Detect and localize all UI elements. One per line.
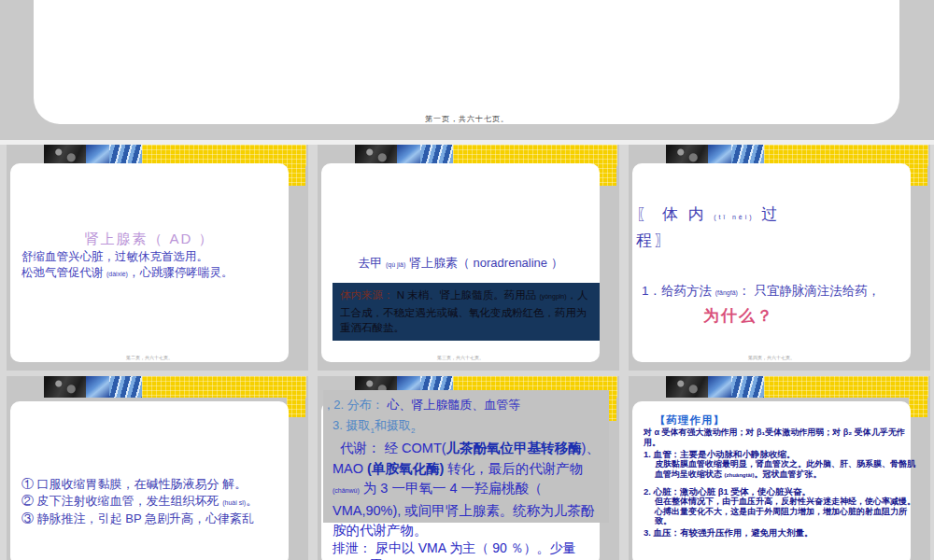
slide4-question: 为什么？ (703, 305, 774, 327)
pinyin-annotation: (zhuàngtài) (725, 472, 755, 478)
pinyin-annotation: (dàixiè) (106, 271, 128, 277)
source-label: 体内来源： (340, 289, 394, 301)
pinyin-annotation: (huài sǐ) (222, 499, 246, 506)
slide-paper: 肾上腺素（ AD ） 舒缩血管兴心脏，过敏休克首选用。 松弛气管促代谢 (dài… (10, 163, 289, 362)
uptake-line: 3. 摄取1和摄取2 (333, 417, 415, 435)
slide5-route-list: ① 口服收缩胃黏膜，在碱性肠液易分 解。 ② 皮下注射收缩血管，发生组织坏死 (… (21, 476, 292, 527)
slide-paper: 去甲 (qù jiǎ) 肾上腺素（ noradrenaline ） 体内来源： … (321, 163, 600, 362)
excretion-line: 排泄： 尿中以 VMA 为主（ 90 ％）。少量 (shǎoliàng) 原 (333, 540, 609, 560)
pinyin-annotation: (tǐ nèi) (714, 214, 754, 220)
header-yellow-notch (598, 145, 616, 186)
photo-xray-icon (109, 376, 142, 398)
pinyin-annotation: (yòngpǐn) (539, 293, 566, 300)
route-item-2: ② 皮下注射收缩血管，发生组织坏死 (huài sǐ)。 (21, 493, 292, 511)
route-item-1: ① 口服收缩胃黏膜，在碱性肠液易分 解。 (21, 476, 292, 493)
pinyin-annotation: (fāngfǎ) (715, 289, 738, 296)
distribution-line: , 2. 分布： 心、肾上腺髓质、血管等 (327, 397, 520, 413)
slide-thumbnail-2[interactable]: 肾上腺素（ AD ） 舒缩血管兴心脏，过敏休克首选用。 松弛气管促代谢 (dài… (7, 145, 308, 371)
effect-item-1-body: 皮肤黏膜血管收缩最明显，肾血管次之。此外脑、肝、肠系膜、骨骼肌血管均呈收缩状态 … (655, 459, 916, 480)
slide3-page-indicator: 第三页，共六十七页。 (321, 355, 600, 360)
effect-item-2-body: 但在整体情况下，由于血压升高，反射性兴奋迷走神经，使心率减慢。 心搏出量变化不大… (655, 497, 918, 526)
slide3-title: 去甲 (qù jiǎ) 肾上腺素（ noradrenaline ） (321, 255, 600, 272)
slide-thumbnail-6[interactable]: , 2. 分布： 心、肾上腺髓质、血管等 3. 摄取1和摄取2 代谢： 经 CO… (318, 376, 619, 560)
slide3-source-box: 体内来源： N 末梢、肾上腺髓质。药用品 (yòngpǐn)，人工合成，不稳定遇… (333, 283, 600, 341)
slide2-title: 肾上腺素（ AD ） (10, 231, 289, 248)
slide-paper: 〖 体 内 (tǐ nèi) 过程〗 1．给药方法 (fāngfǎ)： 只宜静脉… (632, 163, 911, 362)
current-slide-canvas (34, 0, 899, 124)
slide2-page-indicator: 第二页，共六十七页。 (10, 355, 289, 360)
slide4-title: 〖 体 内 (tǐ nèi) 过程〗 (636, 203, 793, 252)
photo-hands-icon (44, 376, 86, 398)
current-slide-page-indicator: 第一页，共六十七页。 (0, 114, 934, 124)
route-item-3: ③ 静脉推注，引起 BP 急剧升高，心律紊乱 (21, 511, 292, 527)
slide2-line1: 舒缩血管兴心脏，过敏休克首选用。 (21, 249, 283, 265)
slide7-title: 【药理作用】 (655, 413, 725, 427)
receptor-intro: 对 α 受体有强大激动作用；对 β₁受体激动作用弱；对 β₂ 受体几乎无作用。 (644, 427, 916, 447)
header-yellow-notch (909, 145, 927, 186)
slide2-body: 舒缩血管兴心脏，过敏休克首选用。 松弛气管促代谢 (dàixiè)，心跳骤停哮喘… (21, 249, 283, 282)
presentation-sorter-view: 第一页，共六十七页。 肾上腺素（ AD ） 舒缩血管兴心脏，过敏休克首选用。 松… (0, 0, 934, 560)
slide-thumbnail-3[interactable]: 去甲 (qù jiǎ) 肾上腺素（ noradrenaline ） 体内来源： … (318, 145, 619, 371)
header-yellow-bar (142, 376, 306, 398)
pinyin-annotation: (chǎnwù) (333, 487, 360, 494)
header-yellow-notch (287, 376, 305, 417)
slide-paper: ① 口服收缩胃黏膜，在碱性肠液易分 解。 ② 皮下注射收缩血管，发生组织坏死 (… (10, 401, 289, 560)
slide6-gray-panel: , 2. 分布： 心、肾上腺髓质、血管等 3. 摄取1和摄取2 代谢： 经 CO… (323, 390, 609, 523)
header-photo-strip (44, 376, 142, 398)
slide4-page-indicator: 第四页，共六十七页。 (632, 355, 911, 360)
slide7-body: 【药理作用】 对 α 受体有强大激动作用；对 β₁受体激动作用弱；对 β₂ 受体… (629, 376, 930, 560)
effect-item-3: 3. 血压：有较强升压作用，避免用大剂量。 (644, 527, 814, 539)
header-yellow-notch (287, 145, 305, 186)
effect-item-2-line1: 但在整体情况下，由于血压升高，反射性兴奋迷走神经，使心率减慢。 (655, 497, 918, 507)
photo-medical-blue-icon (86, 376, 109, 398)
pinyin-annotation: (qù jiǎ) (386, 261, 405, 268)
slide-thumbnail-7[interactable]: 【药理作用】 对 α 受体有强大激动作用；对 β₁受体激动作用弱；对 β₂ 受体… (629, 376, 930, 560)
slide-thumbnail-5[interactable]: ① 口服收缩胃黏膜，在碱性肠液易分 解。 ② 皮下注射收缩血管，发生组织坏死 (… (7, 376, 308, 560)
effect-item-2-line2: 心搏出量变化不大，这是由于外周阻力增加，增加心脏的射血阻力所致。 (655, 507, 918, 526)
slide4-method-line: 1．给药方法 (fāngfǎ)： 只宜静脉滴注法给药， (642, 283, 911, 300)
metabolism-paragraph: 代谢： 经 COMT(儿茶酚氧位甲基转移酶)、 MAO (单胺氧化酶) 转化，最… (333, 439, 601, 541)
slide2-line2: 松弛气管促代谢 (dàixiè)，心跳骤停哮喘灵。 (21, 265, 283, 283)
slide-thumbnail-4[interactable]: 〖 体 内 (tǐ nèi) 过程〗 1．给药方法 (fāngfǎ)： 只宜静脉… (629, 145, 930, 371)
